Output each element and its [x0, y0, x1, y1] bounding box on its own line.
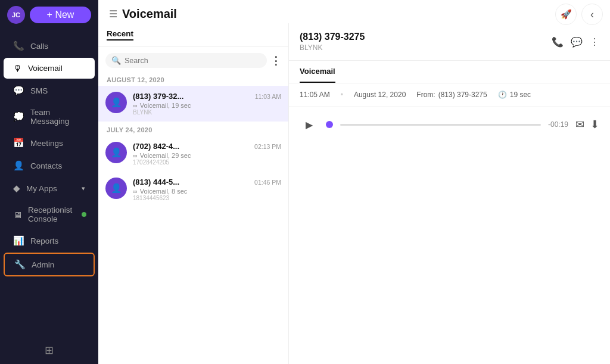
voicemail-item-3[interactable]: 👤 (813) 444-5... ∞ Voicemail, 8 sec 1813…	[98, 172, 288, 207]
sidebar-item-receptionist[interactable]: 🖥 Receptionist Console	[4, 200, 95, 229]
vm-meta-3: ∞ Voicemail, 8 sec	[133, 188, 281, 195]
sidebar-item-label: Calls	[30, 42, 48, 51]
chevron-down-icon: ▾	[82, 185, 85, 192]
rocket-button[interactable]: 🚀	[555, 4, 577, 25]
vm-id-1: BLYNK	[133, 109, 281, 116]
detail-tabs: Voicemail	[289, 61, 610, 83]
voicemail-item-1[interactable]: 👤 (813) 379-32... ∞ Voicemail, 19 sec BL…	[98, 86, 288, 122]
rocket-icon: 🚀	[561, 9, 572, 20]
vm-sub-1: Voicemail, 19 sec	[140, 102, 191, 109]
avatar-1: 👤	[105, 92, 127, 113]
sidebar-item-team-messaging[interactable]: 💭 Team Messaging	[4, 102, 95, 131]
reports-icon: 📊	[13, 235, 24, 246]
sidebar-item-label: Contacts	[30, 161, 62, 170]
sidebar-item-calls[interactable]: 📞 Calls	[4, 35, 95, 57]
sidebar-nav: 📞 Calls 🎙 Voicemail 💬 SMS 💭 Team Messagi…	[0, 30, 98, 337]
detail-topbar-right: 📞 💬 ⋮	[552, 36, 599, 48]
audio-track[interactable]	[340, 124, 541, 126]
person-icon-3: 👤	[111, 183, 122, 194]
from-number: (813) 379-3275	[438, 91, 487, 99]
detail-panel: (813) 379-3275 BLYNK 📞 💬 ⋮ Voicemail 11:…	[289, 23, 610, 364]
search-box: 🔍	[105, 53, 267, 68]
detail-topbar-left: (813) 379-3275 BLYNK	[300, 32, 365, 52]
meta-from: From: (813) 379-3275	[416, 91, 487, 99]
back-icon: ‹	[590, 8, 594, 21]
sidebar-item-label: Meetings	[30, 139, 63, 148]
audio-actions: ✉ ⬇	[575, 118, 599, 131]
message-action-icon[interactable]: 💬	[571, 36, 583, 48]
app-topbar: 🚀 ‹	[555, 4, 603, 25]
play-icon: ▶	[306, 119, 313, 130]
sidebar-item-admin[interactable]: 🔧 Admin	[4, 253, 95, 276]
grid-icon[interactable]: ⊞	[45, 344, 54, 357]
download-audio-button[interactable]: ⬇	[590, 118, 599, 131]
new-button-label: + New	[47, 10, 74, 20]
calls-icon: 📞	[13, 41, 24, 51]
right-section: 🚀 ‹ ☰ Voicemail Recent 🔍 ⋮	[98, 0, 610, 364]
vm-sub-2: Voicemail, 29 sec	[140, 152, 191, 159]
sidebar-bottom: ⊞	[0, 337, 98, 364]
meta-time: 11:05 AM	[300, 91, 330, 99]
tab-recent[interactable]: Recent	[107, 29, 133, 41]
back-button[interactable]: ‹	[581, 4, 603, 25]
sidebar-item-voicemail[interactable]: 🎙 Voicemail	[4, 58, 95, 79]
sidebar-item-my-apps[interactable]: ◆ My Apps ▾	[4, 178, 95, 199]
person-icon-2: 👤	[111, 147, 122, 158]
detail-topbar: (813) 379-3275 BLYNK 📞 💬 ⋮	[289, 23, 610, 61]
search-input[interactable]	[125, 57, 261, 65]
more-button[interactable]: ⋮	[270, 54, 281, 67]
vm-time-2: 02:13 PM	[254, 143, 281, 150]
vm-meta-2: ∞ Voicemail, 29 sec	[133, 152, 281, 159]
sidebar: JC + New 📞 Calls 🎙 Voicemail 💬 SMS 💭 Tea…	[0, 0, 98, 364]
content-row: Recent 🔍 ⋮ AUGUST 12, 2020 👤 (813) 379-3…	[98, 23, 610, 364]
my-apps-icon: ◆	[13, 183, 20, 194]
more-action-icon[interactable]: ⋮	[590, 36, 599, 48]
new-button[interactable]: + New	[30, 7, 91, 23]
meta-duration: 🕐 19 sec	[498, 91, 531, 99]
sidebar-item-contacts[interactable]: 👤 Contacts	[4, 155, 95, 176]
infinity-icon-1: ∞	[133, 102, 138, 109]
page-header: ☰ Voicemail	[98, 0, 610, 23]
person-icon: 👤	[111, 97, 122, 108]
sidebar-item-label: SMS	[30, 86, 48, 95]
meta-date: August 12, 2020	[354, 91, 406, 99]
search-icon: 🔍	[111, 56, 121, 65]
audio-timer: -00:19	[548, 120, 568, 129]
sidebar-item-label: Team Messaging	[30, 108, 85, 126]
sidebar-item-sms[interactable]: 💬 SMS	[4, 80, 95, 101]
audio-player: ▶ -00:19 ✉ ⬇	[289, 107, 610, 142]
date-group-jul: JULY 24, 2020	[98, 122, 288, 136]
tab-voicemail[interactable]: Voicemail	[300, 61, 335, 83]
sidebar-item-reports[interactable]: 📊 Reports	[4, 230, 95, 251]
avatar-2: 👤	[105, 142, 127, 163]
audio-progress-dot[interactable]	[326, 121, 333, 128]
date-group-aug: AUGUST 12, 2020	[98, 71, 288, 86]
middle-panel: Recent 🔍 ⋮ AUGUST 12, 2020 👤 (813) 379-3…	[98, 23, 289, 364]
contact-number: (813) 379-3275	[300, 32, 365, 42]
middle-header: Recent	[98, 23, 288, 47]
search-row: 🔍 ⋮	[98, 47, 288, 71]
email-audio-button[interactable]: ✉	[575, 118, 584, 131]
hamburger-icon[interactable]: ☰	[109, 8, 117, 20]
receptionist-icon: 🖥	[13, 210, 22, 220]
vm-meta-1: ∞ Voicemail, 19 sec	[133, 102, 281, 109]
vm-time-1: 11:03 AM	[255, 93, 281, 100]
infinity-icon-3: ∞	[133, 188, 138, 195]
vm-sub-3: Voicemail, 8 sec	[140, 188, 187, 195]
vm-id-3: 18134445623	[133, 195, 281, 201]
play-button[interactable]: ▶	[300, 115, 319, 134]
contact-id: BLYNK	[300, 43, 365, 52]
team-messaging-icon: 💭	[13, 111, 24, 122]
detail-meta: 11:05 AM • August 12, 2020 From: (813) 3…	[289, 83, 610, 107]
sidebar-item-label: Admin	[32, 260, 54, 269]
avatar: JC	[7, 6, 25, 24]
admin-icon: 🔧	[14, 259, 26, 270]
meetings-icon: 📅	[13, 138, 24, 148]
sidebar-item-label: Voicemail	[28, 64, 63, 73]
clock-icon: 🕐	[498, 91, 507, 99]
voicemail-item-2[interactable]: 👤 (702) 842-4... ∞ Voicemail, 29 sec 170…	[98, 136, 288, 172]
call-action-icon[interactable]: 📞	[552, 36, 564, 48]
page-title: Voicemail	[122, 7, 177, 21]
avatar-3: 👤	[105, 178, 127, 199]
sidebar-item-meetings[interactable]: 📅 Meetings	[4, 132, 95, 154]
